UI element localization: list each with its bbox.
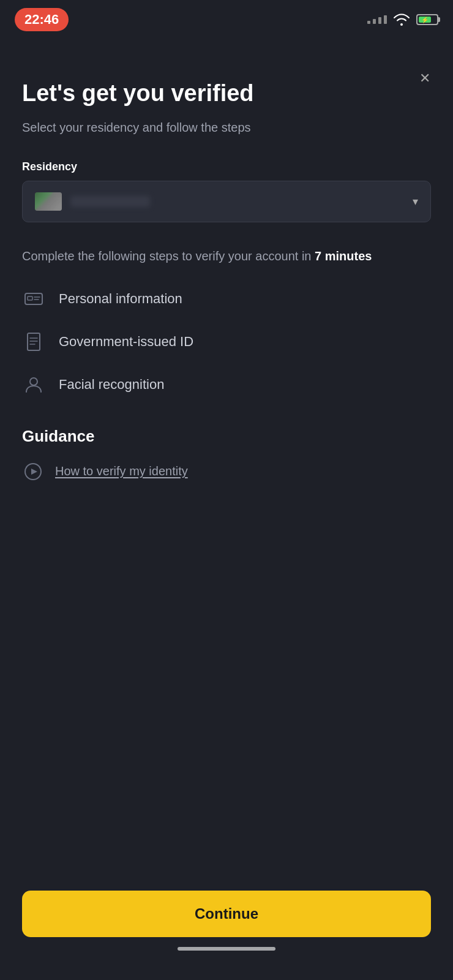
document-icon [22, 330, 45, 353]
person-icon [22, 373, 45, 396]
residency-label: Residency [22, 160, 431, 173]
home-indicator [22, 947, 431, 951]
step-personal-info: Personal information [22, 287, 431, 311]
steps-list: Personal information Government-issued I… [22, 287, 431, 396]
country-name-blurred [70, 196, 150, 207]
svg-point-8 [30, 378, 37, 385]
residency-value [35, 192, 150, 211]
steps-intro: Complete the following steps to verify y… [22, 247, 431, 265]
svg-marker-10 [31, 469, 37, 475]
svg-rect-1 [28, 296, 32, 300]
guidance-section: Guidance How to verify my identity [22, 427, 431, 483]
svg-rect-4 [28, 333, 40, 350]
page-subtitle: Select your residency and follow the ste… [22, 119, 431, 136]
guidance-title: Guidance [22, 427, 431, 446]
country-flag [35, 192, 62, 211]
id-card-icon [22, 287, 45, 311]
status-bar: 22:46 ⚡ [0, 0, 453, 37]
close-button[interactable]: ✕ [414, 67, 436, 89]
residency-dropdown[interactable]: ▾ [22, 181, 431, 222]
wifi-icon [393, 13, 410, 26]
bottom-bar: Continue [0, 891, 453, 980]
status-icons: ⚡ [367, 13, 438, 26]
how-to-link[interactable]: How to verify my identity [55, 464, 188, 478]
page-title: Let's get you verified [22, 80, 431, 108]
signal-icon [367, 15, 387, 24]
step-facial: Facial recognition [22, 373, 431, 396]
play-circle-icon [22, 461, 44, 483]
chevron-down-icon: ▾ [413, 195, 418, 208]
step-personal-info-label: Personal information [59, 291, 182, 307]
step-facial-label: Facial recognition [59, 377, 164, 393]
guidance-how-to[interactable]: How to verify my identity [22, 461, 431, 483]
step-gov-id-label: Government-issued ID [59, 334, 193, 350]
battery-icon: ⚡ [416, 14, 438, 25]
main-content: Let's get you verified Select your resid… [0, 37, 453, 483]
home-bar [178, 947, 275, 951]
step-gov-id: Government-issued ID [22, 330, 431, 353]
continue-button[interactable]: Continue [22, 891, 431, 937]
time-display: 22:46 [15, 8, 69, 31]
